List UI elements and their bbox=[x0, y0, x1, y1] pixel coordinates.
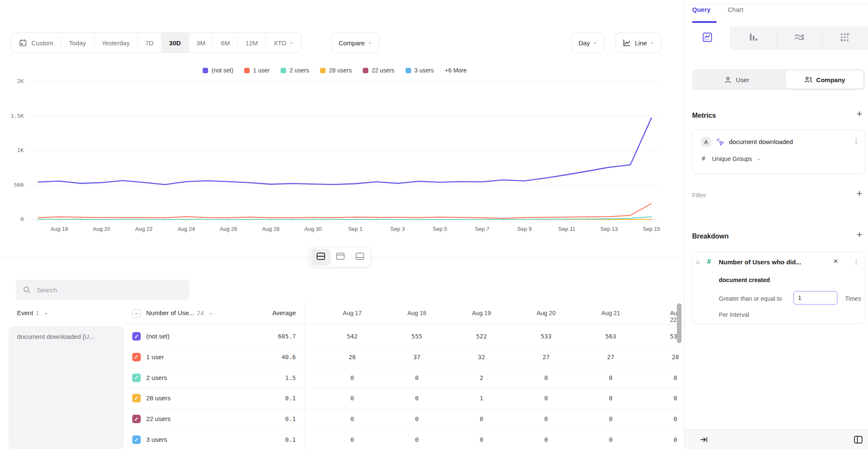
event-spark-icon bbox=[715, 137, 725, 147]
breakdown-card[interactable]: ≡ # Number of Users who did... ✕ ⋮ docum… bbox=[692, 252, 865, 324]
row-value: 32 bbox=[448, 354, 515, 360]
legend-item[interactable]: 28 users bbox=[320, 67, 352, 74]
search-input[interactable] bbox=[36, 286, 178, 294]
group-column-header[interactable]: Number of Use...24 ⌄ bbox=[146, 309, 213, 316]
scope-user-option[interactable]: User bbox=[692, 69, 781, 90]
compare-label: Compare bbox=[339, 39, 365, 47]
legend-swatch bbox=[244, 68, 250, 73]
measure-dropdown[interactable]: Unique Groups ⌄ bbox=[712, 155, 761, 162]
legend-item[interactable]: 22 users bbox=[363, 67, 395, 74]
chart-type-bar[interactable] bbox=[730, 26, 776, 50]
range-today[interactable]: Today bbox=[61, 33, 94, 53]
line-chart-icon bbox=[702, 32, 713, 44]
chart-type-scatter[interactable] bbox=[822, 26, 868, 50]
table-row[interactable]: ✓22 users0.1000000 bbox=[127, 409, 684, 430]
close-icon[interactable]: ✕ bbox=[833, 258, 838, 265]
split-view-icon bbox=[316, 251, 326, 263]
legend-item[interactable]: 3 users bbox=[406, 67, 434, 74]
tab-chart[interactable]: Chart bbox=[728, 6, 743, 13]
row-value: 0 bbox=[448, 436, 515, 443]
metric-card[interactable]: A document downloaded ⋮ # Unique Groups … bbox=[692, 130, 865, 174]
table-row[interactable]: ✓1 user40.6263732272728 bbox=[127, 347, 684, 368]
legend-item[interactable]: 1 user bbox=[244, 67, 270, 74]
add-breakdown-button[interactable]: + bbox=[857, 230, 862, 239]
y-tick-label: 2K bbox=[0, 78, 24, 85]
row-value: 37 bbox=[383, 354, 451, 360]
row-label: 1 user bbox=[146, 353, 164, 360]
interval-label: Day bbox=[579, 39, 590, 47]
event-name: document downloaded [U... bbox=[8, 326, 124, 347]
chart-type-line[interactable] bbox=[684, 26, 730, 50]
row-value: 0 bbox=[642, 374, 684, 381]
legend-more[interactable]: +6 More bbox=[445, 67, 467, 74]
chevron-down-icon: ⌄ bbox=[593, 39, 597, 45]
row-value: 0 bbox=[318, 374, 386, 381]
x-tick-label: Aug 28 bbox=[262, 226, 279, 232]
breakdown-condition: Greater than or equal to bbox=[719, 295, 782, 302]
interval-dropdown[interactable]: Day ⌄ bbox=[571, 33, 604, 53]
legend-item[interactable]: (not set) bbox=[203, 67, 233, 74]
x-tick-label: Aug 18 bbox=[50, 226, 68, 232]
date-column-header: Aug 20 bbox=[537, 310, 555, 316]
range-3m[interactable]: 3M bbox=[189, 33, 214, 53]
row-checkbox[interactable]: ✓ bbox=[132, 394, 141, 402]
range-12m[interactable]: 12M bbox=[238, 33, 266, 53]
row-average: 0.1 bbox=[229, 436, 296, 443]
kebab-menu-icon[interactable]: ⋮ bbox=[853, 258, 860, 266]
chevron-down-icon: ⌄ bbox=[289, 39, 293, 45]
layout-table-only-button[interactable] bbox=[350, 249, 370, 266]
row-value: 0 bbox=[383, 374, 451, 381]
compare-button[interactable]: Compare ⌄ bbox=[331, 33, 379, 53]
tab-query[interactable]: Query bbox=[692, 6, 710, 13]
row-value: 2 bbox=[448, 374, 515, 381]
chevron-down-icon: ⌄ bbox=[757, 155, 761, 161]
range-6m[interactable]: 6M bbox=[213, 33, 238, 53]
legend-swatch bbox=[406, 68, 411, 73]
collapse-panel-icon[interactable] bbox=[700, 435, 708, 446]
strip-separator bbox=[822, 26, 822, 50]
row-value: 542 bbox=[318, 333, 386, 340]
table-row[interactable]: ✓3 users0.1000000 bbox=[127, 430, 684, 449]
range-custom[interactable]: Custom bbox=[11, 33, 61, 53]
scope-company-option[interactable]: Company bbox=[786, 71, 863, 89]
open-right-panel-icon[interactable] bbox=[853, 435, 863, 446]
range-30d[interactable]: 30D bbox=[161, 33, 189, 53]
layout-split-view-button[interactable] bbox=[311, 249, 331, 266]
range-yesterday[interactable]: Yesterday bbox=[94, 33, 138, 53]
select-all-checkbox[interactable]: − bbox=[132, 309, 141, 318]
times-value-input[interactable] bbox=[793, 291, 837, 305]
row-value: 0 bbox=[577, 436, 645, 443]
add-metric-button[interactable]: + bbox=[857, 109, 862, 119]
drag-handle-icon[interactable]: ≡ bbox=[696, 258, 700, 266]
kebab-menu-icon[interactable]: ⋮ bbox=[853, 137, 860, 145]
add-filter-button[interactable]: + bbox=[857, 189, 862, 198]
row-checkbox[interactable]: ✓ bbox=[132, 332, 141, 341]
row-checkbox[interactable]: ✓ bbox=[132, 415, 141, 423]
strip-separator bbox=[776, 26, 776, 50]
event-name-cell[interactable]: document downloaded [U... bbox=[8, 326, 124, 449]
filter-heading: Filter bbox=[692, 191, 706, 199]
range-xtd[interactable]: XTD⌄ bbox=[266, 33, 301, 53]
x-tick-label: Sep 1 bbox=[348, 226, 362, 232]
table-row[interactable]: ✓2 users1.5002000 bbox=[127, 368, 684, 389]
range-7d[interactable]: 7D bbox=[138, 33, 161, 53]
active-tab-indicator bbox=[692, 21, 717, 23]
row-checkbox[interactable]: ✓ bbox=[132, 374, 141, 382]
table-row[interactable]: ✓(not set)605.7542555522533563535 bbox=[127, 326, 684, 347]
row-value: 27 bbox=[577, 354, 645, 360]
row-checkbox[interactable]: ✓ bbox=[132, 435, 141, 444]
chart-type-flow[interactable] bbox=[776, 26, 822, 50]
table-row[interactable]: ✓28 users0.1001000 bbox=[127, 388, 684, 409]
chart-type-label: Line bbox=[635, 39, 647, 47]
vertical-scrollbar[interactable] bbox=[677, 303, 682, 343]
line-chart[interactable] bbox=[30, 81, 660, 223]
metrics-heading: Metrics bbox=[692, 112, 716, 119]
chart-type-dropdown[interactable]: Line ⌄ bbox=[615, 33, 661, 53]
layout-chart-only-button[interactable] bbox=[331, 249, 350, 266]
date-column-header: Aug 21 bbox=[601, 310, 620, 316]
event-column-header[interactable]: Event1 ⌄ bbox=[17, 309, 48, 316]
row-checkbox[interactable]: ✓ bbox=[132, 353, 141, 361]
chevron-down-icon: ⌄ bbox=[650, 39, 654, 45]
calendar-icon bbox=[19, 39, 27, 47]
legend-item[interactable]: 2 users bbox=[281, 67, 309, 74]
